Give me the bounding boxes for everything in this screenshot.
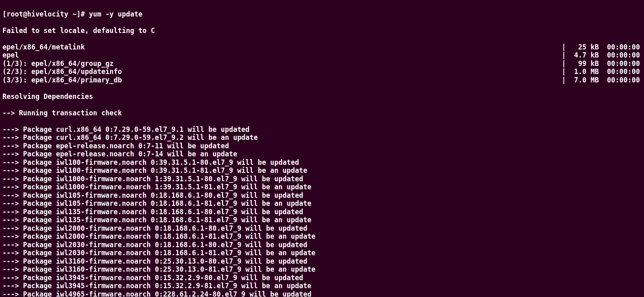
locale-warning: Failed to set locale, defaulting to C: [2, 27, 642, 35]
download-progress-line: epel/x86_64/metalink| 25 kB 00:00:00: [2, 43, 642, 51]
shell-prompt: [root@hivelocity ~]#: [2, 10, 89, 18]
repo-name: epel/x86_64/metalink: [2, 43, 85, 51]
repo-name: (3/3): epel/x86_64/primary_db: [2, 76, 122, 84]
download-progress-line: (1/3): epel/x86_64/group_gz| 99 kB 00:00…: [2, 59, 642, 68]
package-line: ---> Package iwl100-firmware.noarch 0:39…: [2, 158, 642, 167]
package-line: ---> Package iwl3945-firmware.noarch 0:1…: [2, 274, 642, 282]
download-progress-line: (2/3): epel/x86_64/updateinfo| 1.0 MB 00…: [2, 68, 642, 76]
package-line: ---> Package iwl105-firmware.noarch 0:18…: [2, 191, 642, 200]
package-line: ---> Package iwl135-firmware.noarch 0:18…: [2, 208, 642, 216]
command-line: [root@hivelocity ~]# yum -y update: [2, 10, 642, 18]
download-status: | 25 kB 00:00:00: [562, 43, 642, 51]
package-line: ---> Package iwl3945-firmware.noarch 0:1…: [2, 282, 642, 290]
running-check-line: --> Running transaction check: [2, 109, 642, 117]
repo-name: (2/3): epel/x86_64/updateinfo: [2, 68, 122, 76]
download-progress-line: (3/3): epel/x86_64/primary_db| 7.0 MB 00…: [2, 76, 642, 84]
download-status: | 1.0 MB 00:00:00: [562, 68, 642, 76]
package-line: ---> Package iwl4965-firmware.noarch 0:2…: [2, 290, 642, 297]
package-line: ---> Package iwl1000-firmware.noarch 1:3…: [2, 183, 642, 191]
entered-command: yum -y update: [89, 10, 142, 18]
package-line: ---> Package iwl2000-firmware.noarch 0:1…: [2, 224, 642, 233]
package-line: ---> Package epel-release.noarch 0:7-14 …: [2, 150, 642, 158]
resolving-deps-line: Resolving Dependencies: [2, 92, 642, 101]
download-status: | 4.7 kB 00:00:00: [562, 51, 642, 59]
package-line: ---> Package iwl135-firmware.noarch 0:18…: [2, 216, 642, 224]
repo-name: (1/3): epel/x86_64/group_gz: [2, 59, 114, 68]
download-status: | 7.0 MB 00:00:00: [562, 76, 642, 84]
package-line: ---> Package iwl2000-firmware.noarch 0:1…: [2, 232, 642, 241]
repo-name: epel: [2, 51, 19, 59]
download-status: | 99 kB 00:00:00: [562, 59, 642, 68]
package-line: ---> Package iwl100-firmware.noarch 0:39…: [2, 166, 642, 175]
package-line: ---> Package iwl1000-firmware.noarch 1:3…: [2, 175, 642, 183]
package-line: ---> Package epel-release.noarch 0:7-11 …: [2, 142, 642, 150]
package-line: ---> Package iwl3160-firmware.noarch 0:2…: [2, 265, 642, 274]
package-line: ---> Package iwl3160-firmware.noarch 0:2…: [2, 257, 642, 266]
package-line: ---> Package iwl2030-firmware.noarch 0:1…: [2, 249, 642, 257]
package-line: ---> Package iwl2030-firmware.noarch 0:1…: [2, 241, 642, 249]
package-line: ---> Package curl.x86_64 0:7.29.0-59.el7…: [2, 125, 642, 134]
terminal-output[interactable]: [root@hivelocity ~]# yum -y update Faile…: [0, 0, 644, 297]
package-line: ---> Package curl.x86_64 0:7.29.0-59.el7…: [2, 133, 642, 142]
download-progress-line: epel| 4.7 kB 00:00:00: [2, 51, 642, 59]
package-line: ---> Package iwl105-firmware.noarch 0:18…: [2, 199, 642, 208]
